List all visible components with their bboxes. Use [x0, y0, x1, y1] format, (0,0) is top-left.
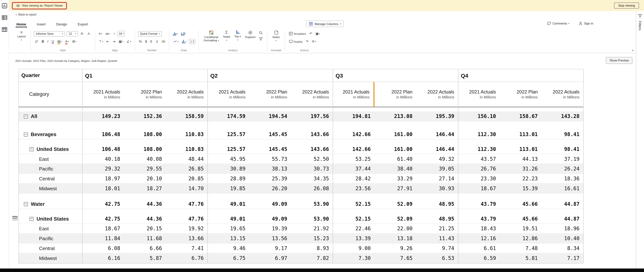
- value-cell[interactable]: 26.76: [458, 164, 500, 173]
- measure-header[interactable]: 2022 Actualsin Millions: [541, 82, 583, 107]
- value-cell[interactable]: 49.09: [249, 199, 291, 209]
- value-cell[interactable]: 125.57: [208, 144, 249, 154]
- value-cell[interactable]: 10.40: [541, 234, 583, 243]
- measure-header[interactable]: 2021 Actualsin Millions: [82, 82, 124, 107]
- borders-button[interactable]: ⊞▾: [71, 39, 77, 44]
- value-cell[interactable]: 29.32: [82, 164, 124, 173]
- value-cell[interactable]: 7.65: [374, 253, 416, 263]
- indent-decrease-button[interactable]: ⇤: [106, 39, 110, 44]
- value-cell[interactable]: 47.76: [166, 214, 208, 224]
- value-cell[interactable]: 13.66: [166, 234, 208, 243]
- value-cell[interactable]: 30.93: [416, 184, 458, 193]
- value-cell[interactable]: 13.15: [208, 234, 249, 243]
- value-cell[interactable]: 18.97: [82, 174, 124, 183]
- value-cell[interactable]: 7.30: [333, 253, 374, 263]
- value-cell[interactable]: 45.66: [500, 199, 541, 209]
- value-cell[interactable]: 9.17: [249, 244, 291, 253]
- value-cell[interactable]: 39.05: [416, 164, 458, 173]
- value-cell[interactable]: 174.59: [208, 112, 249, 121]
- value-cell[interactable]: 14.70: [166, 184, 208, 193]
- value-cell[interactable]: 11.43: [416, 234, 458, 243]
- value-cell[interactable]: 106.48: [82, 144, 124, 154]
- bold-button[interactable]: B: [41, 39, 45, 44]
- value-cell[interactable]: 40.18: [82, 154, 124, 164]
- value-cell[interactable]: 38.13: [249, 164, 291, 173]
- value-cell[interactable]: 9.46: [208, 244, 249, 253]
- value-cell[interactable]: 6.75: [208, 253, 249, 263]
- value-cell[interactable]: 61.40: [374, 154, 416, 164]
- value-cell[interactable]: 18.67: [82, 224, 124, 233]
- row-height-stepper[interactable]: 18▴▾: [118, 31, 125, 36]
- value-cell[interactable]: 20.15: [124, 224, 166, 233]
- measure-header[interactable]: 2022 Planin Millions: [249, 82, 291, 107]
- row-label[interactable]: Midwest: [18, 184, 82, 193]
- value-cell[interactable]: 149.23: [82, 112, 124, 121]
- value-cell[interactable]: 27.91: [374, 184, 416, 193]
- measure-header[interactable]: 2022 Planin Millions: [124, 82, 166, 107]
- value-cell[interactable]: 7.41: [166, 244, 208, 253]
- value-cell[interactable]: 18.67: [458, 184, 500, 193]
- value-cell[interactable]: 7.48: [500, 244, 541, 253]
- measure-header[interactable]: 2022 Actualsin Millions: [416, 82, 458, 107]
- value-cell[interactable]: 6.97: [249, 253, 291, 263]
- line-chart-button[interactable]: ▾: [172, 39, 179, 44]
- value-cell[interactable]: 34.35: [291, 174, 333, 183]
- value-cell[interactable]: 52.50: [291, 154, 333, 164]
- value-cell[interactable]: 26.20: [249, 184, 291, 193]
- value-cell[interactable]: 47.76: [166, 199, 208, 209]
- conditional-formatting-button[interactable]: ConditionalFormatting ▾: [202, 29, 221, 42]
- value-cell[interactable]: 43.57: [458, 154, 500, 164]
- manage-columns-button[interactable]: Manage Columns ▾: [306, 20, 344, 27]
- row-label[interactable]: East: [18, 224, 82, 233]
- value-cell[interactable]: 49.01: [208, 199, 249, 209]
- value-cell[interactable]: 8.93: [291, 244, 333, 253]
- value-cell[interactable]: 13.56: [249, 234, 291, 243]
- indent-increase-button[interactable]: ⇥: [112, 39, 116, 44]
- frame-capture-button[interactable]: ▣▾: [315, 31, 321, 36]
- value-cell[interactable]: 23.30: [458, 174, 500, 183]
- value-cell[interactable]: 143.66: [291, 144, 333, 154]
- format-painter-icon[interactable]: [34, 39, 39, 44]
- value-cell[interactable]: 23.56: [333, 184, 374, 193]
- value-cell[interactable]: 19.92: [166, 224, 208, 233]
- collapse-toggle-icon[interactable]: −: [30, 217, 34, 221]
- show-preview-button[interactable]: Show Preview: [606, 57, 632, 64]
- value-cell[interactable]: 21.25: [416, 224, 458, 233]
- measure-header[interactable]: 2021 Actualsin Millions: [333, 82, 374, 107]
- value-cell[interactable]: 40.08: [124, 154, 166, 164]
- decimal-decrease-button[interactable]: .0: [155, 39, 159, 44]
- value-cell[interactable]: 9.00: [333, 244, 374, 253]
- value-cell[interactable]: 145.45: [249, 130, 291, 139]
- measure-header[interactable]: 2022 Planin Millions: [374, 82, 416, 107]
- row-label[interactable]: Pacific: [18, 234, 82, 243]
- layout-button[interactable]: ≡ Layout ▾: [15, 29, 28, 41]
- data-labels-button[interactable]: 1.2: [189, 39, 195, 44]
- value-cell[interactable]: 194.81: [333, 112, 374, 121]
- value-cell[interactable]: 37.44: [333, 164, 374, 173]
- value-cell[interactable]: 42.75: [82, 214, 124, 224]
- value-cell[interactable]: 22.00: [374, 224, 416, 233]
- value-cell[interactable]: 44.13: [500, 154, 541, 164]
- value-cell[interactable]: 6.76: [166, 253, 208, 263]
- value-cell[interactable]: 44.36: [124, 199, 166, 209]
- display-button[interactable]: Display: [288, 39, 304, 44]
- font-color-button[interactable]: A▾: [64, 39, 70, 44]
- value-cell[interactable]: 142.66: [333, 144, 374, 154]
- sign-in-button[interactable]: Sign in: [578, 21, 593, 26]
- value-cell[interactable]: 18.96: [541, 224, 583, 233]
- row-label[interactable]: −Water: [18, 199, 82, 209]
- value-cell[interactable]: 146.44: [416, 144, 458, 154]
- value-cell[interactable]: 20.10: [124, 174, 166, 183]
- value-cell[interactable]: 19.51: [500, 224, 541, 233]
- measure-header[interactable]: 2022 Actualsin Millions: [291, 82, 333, 107]
- matrix-view-icon[interactable]: [2, 27, 7, 32]
- value-cell[interactable]: 195.39: [416, 112, 458, 121]
- value-cell[interactable]: 12.16: [458, 234, 500, 243]
- italic-button[interactable]: I: [46, 39, 49, 44]
- value-cell[interactable]: 44.87: [541, 214, 583, 224]
- value-cell[interactable]: 26.24: [541, 164, 583, 173]
- font-increase-button[interactable]: A↑: [80, 31, 85, 36]
- fill-color-button[interactable]: ▨▾: [56, 39, 63, 44]
- value-cell[interactable]: 49.32: [416, 154, 458, 164]
- value-cell[interactable]: 197.56: [291, 112, 333, 121]
